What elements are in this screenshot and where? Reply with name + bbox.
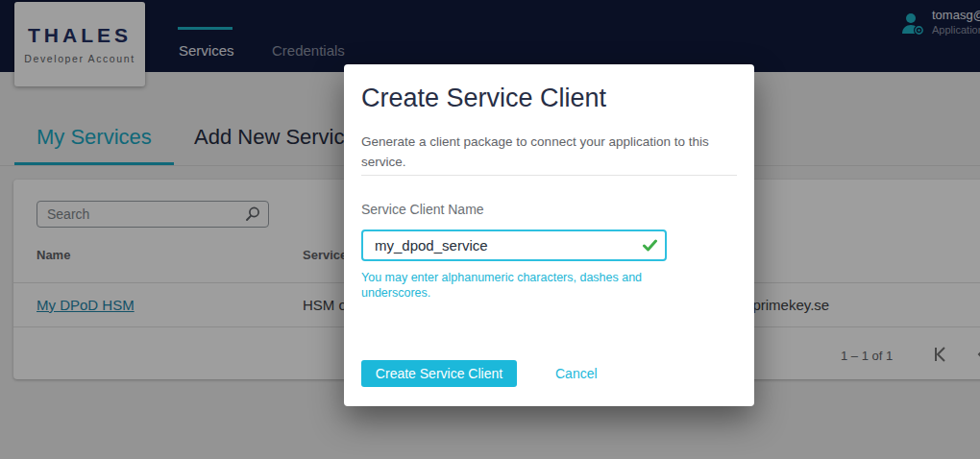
create-service-client-button[interactable]: Create Service Client xyxy=(361,360,517,387)
input-hint-line: You may enter alphanumeric characters, d… xyxy=(361,270,642,285)
dialog-description: Generate a client package to connect you… xyxy=(361,132,709,172)
dialog-description-line: service. xyxy=(361,152,709,172)
service-client-name-label: Service Client Name xyxy=(361,202,484,217)
input-hint-text: You may enter alphanumeric characters, d… xyxy=(361,270,642,301)
input-hint-line: underscores. xyxy=(361,285,642,301)
cancel-button[interactable]: Cancel xyxy=(555,366,598,381)
service-client-name-input[interactable] xyxy=(361,230,667,261)
dialog-title: Create Service Client xyxy=(361,84,606,113)
dialog-divider xyxy=(361,175,737,176)
service-client-name-field-wrap xyxy=(361,230,667,261)
app-root: Services Credentials tomasg@primekey.se … xyxy=(0,0,980,459)
create-service-client-dialog: Create Service Client Generate a client … xyxy=(344,64,754,406)
dialog-description-line: Generate a client package to connect you… xyxy=(361,132,709,152)
valid-checkmark-icon xyxy=(642,237,658,257)
